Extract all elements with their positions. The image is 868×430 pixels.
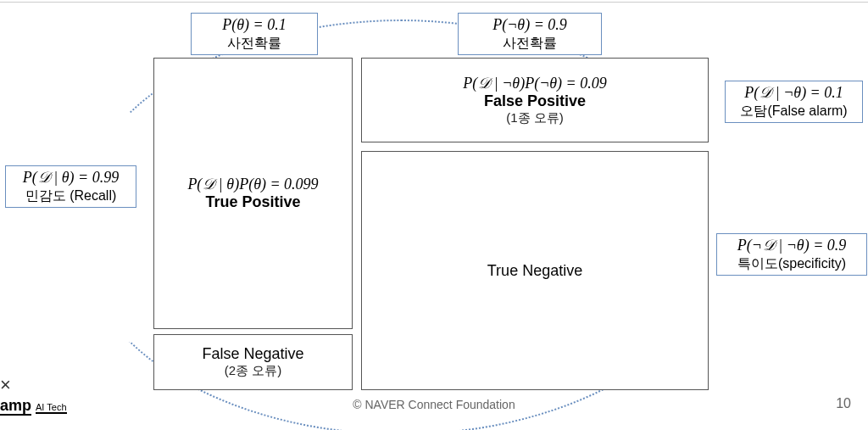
fn-sub: (2종 오류): [225, 363, 282, 379]
fp-formula: P(𝒟 | ¬θ)P(¬θ) = 0.09: [463, 75, 607, 92]
page-number: 10: [836, 396, 851, 411]
label-prior-theta: P(θ) = 0.1 사전확률: [191, 13, 318, 55]
brand-main: amp: [0, 397, 31, 416]
fp-name: False Positive: [484, 92, 586, 110]
label-false-alarm: P(𝒟 | ¬θ) = 0.1 오탐(False alarm): [725, 81, 863, 123]
cell-true-negative: True Negative: [361, 151, 709, 390]
fp-sub: (1종 오류): [506, 110, 564, 126]
tn-name: True Negative: [487, 262, 582, 280]
cell-true-positive: P(𝒟 | θ)P(θ) = 0.099 True Positive: [153, 58, 353, 329]
brand-sub: AI Tech: [36, 402, 67, 414]
label-prior-nottheta: P(¬θ) = 0.9 사전확률: [458, 13, 602, 55]
sensitivity-kr: 민감도 (Recall): [13, 187, 129, 204]
specificity-formula: P(¬𝒟 | ¬θ) = 0.9: [724, 237, 860, 255]
close-icon: ×: [0, 374, 11, 396]
prior-theta-formula: P(θ) = 0.1: [198, 16, 310, 35]
copyright-text: © NAVER Connect Foundation: [353, 398, 515, 411]
specificity-kr: 특이도(specificity): [724, 255, 860, 271]
label-sensitivity: P(𝒟 | θ) = 0.99 민감도 (Recall): [5, 165, 136, 208]
cell-false-positive: P(𝒟 | ¬θ)P(¬θ) = 0.09 False Positive (1종…: [361, 58, 709, 142]
prior-nottheta-kr: 사전확률: [465, 35, 594, 51]
brand-logo: amp AI Tech: [0, 397, 67, 415]
label-specificity: P(¬𝒟 | ¬θ) = 0.9 특이도(specificity): [716, 233, 867, 276]
false-alarm-formula: P(𝒟 | ¬θ) = 0.1: [732, 84, 855, 103]
fn-name: False Negative: [202, 345, 303, 363]
prior-theta-kr: 사전확률: [198, 35, 310, 51]
tp-name: True Positive: [205, 193, 300, 211]
prior-nottheta-formula: P(¬θ) = 0.9: [465, 16, 594, 35]
cell-false-negative: False Negative (2종 오류): [153, 334, 353, 390]
tp-formula: P(𝒟 | θ)P(θ) = 0.099: [187, 176, 318, 193]
false-alarm-kr: 오탐(False alarm): [732, 103, 855, 119]
sensitivity-formula: P(𝒟 | θ) = 0.99: [13, 169, 129, 187]
